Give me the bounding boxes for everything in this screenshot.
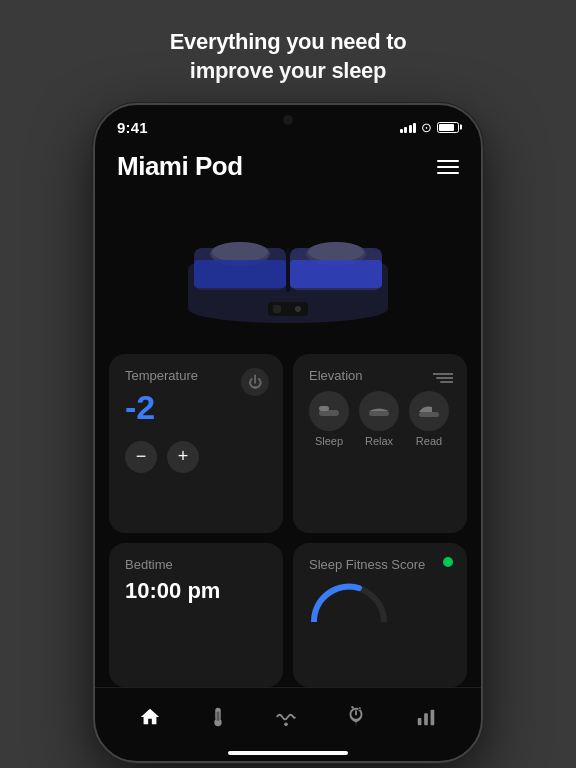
svg-rect-20 <box>419 412 439 417</box>
sleep-score-title: Sleep Fitness Score <box>309 557 451 572</box>
svg-rect-23 <box>217 712 220 721</box>
elevation-relax-button[interactable] <box>359 391 399 431</box>
svg-rect-12 <box>273 305 281 313</box>
elevation-menu-icon <box>433 368 453 389</box>
temp-controls: − + <box>125 441 267 473</box>
wave-icon <box>275 706 297 733</box>
menu-button[interactable] <box>437 160 459 174</box>
svg-point-24 <box>284 723 288 727</box>
sleep-score-dot <box>443 557 453 567</box>
nav-item-alarm[interactable] <box>331 702 381 737</box>
status-icons: ⊙ <box>400 120 460 135</box>
elevation-relax-label: Relax <box>365 435 393 447</box>
home-icon <box>139 706 161 733</box>
bedtime-title: Bedtime <box>125 557 267 572</box>
svg-point-13 <box>295 306 301 312</box>
svg-rect-8 <box>194 260 286 288</box>
svg-rect-25 <box>418 718 422 725</box>
svg-point-5 <box>212 242 268 262</box>
page-title: Everything you need to improve your slee… <box>93 28 483 85</box>
elevation-sleep-button[interactable] <box>309 391 349 431</box>
device-frame: 9:41 ⊙ Miami Pod <box>93 103 483 763</box>
svg-rect-19 <box>369 411 389 416</box>
elevation-read-wrap: Read <box>409 391 449 447</box>
svg-rect-27 <box>431 710 435 726</box>
temperature-value: -2 <box>125 389 267 426</box>
page-wrapper: Everything you need to improve your slee… <box>93 0 483 763</box>
elevation-read-button[interactable] <box>409 391 449 431</box>
score-arc <box>309 578 451 626</box>
bottom-nav <box>95 687 481 747</box>
app-header: Miami Pod <box>95 143 481 194</box>
sleep-score-card: Sleep Fitness Score <box>293 543 467 687</box>
app-title: Miami Pod <box>117 151 243 182</box>
elevation-buttons: Sleep Relax <box>309 391 451 447</box>
signal-icon <box>400 121 417 133</box>
elevation-relax-wrap: Relax <box>359 391 399 447</box>
bedtime-value: 10:00 pm <box>125 578 267 604</box>
bed-container <box>95 194 481 344</box>
temp-minus-button[interactable]: − <box>125 441 157 473</box>
elevation-sleep-wrap: Sleep <box>309 391 349 447</box>
nav-item-stats[interactable] <box>401 702 451 737</box>
temp-plus-button[interactable]: + <box>167 441 199 473</box>
alarm-icon <box>345 706 367 733</box>
cards-grid: Temperature ⏻ -2 − + Elevation <box>95 354 481 687</box>
nav-item-home[interactable] <box>125 702 175 737</box>
thermometer-icon <box>209 706 227 733</box>
status-time: 9:41 <box>117 119 148 136</box>
power-button[interactable]: ⏻ <box>241 368 269 396</box>
chart-icon <box>415 706 437 733</box>
home-indicator <box>228 751 348 755</box>
nav-item-temperature[interactable] <box>195 702 241 737</box>
elevation-card: Elevation <box>293 354 467 533</box>
temperature-card: Temperature ⏻ -2 − + <box>109 354 283 533</box>
wifi-icon: ⊙ <box>421 120 432 135</box>
bed-image <box>178 204 398 334</box>
svg-rect-10 <box>286 248 290 292</box>
svg-rect-9 <box>290 260 382 288</box>
bedtime-card: Bedtime 10:00 pm <box>109 543 283 687</box>
power-icon: ⏻ <box>248 374 262 390</box>
svg-rect-18 <box>319 406 329 411</box>
svg-rect-26 <box>424 714 428 726</box>
elevation-sleep-label: Sleep <box>315 435 343 447</box>
battery-icon <box>437 122 459 133</box>
elevation-title: Elevation <box>309 368 451 383</box>
device-notch <box>283 115 293 125</box>
nav-item-wave[interactable] <box>261 702 311 737</box>
elevation-read-label: Read <box>416 435 442 447</box>
svg-point-7 <box>308 242 364 262</box>
